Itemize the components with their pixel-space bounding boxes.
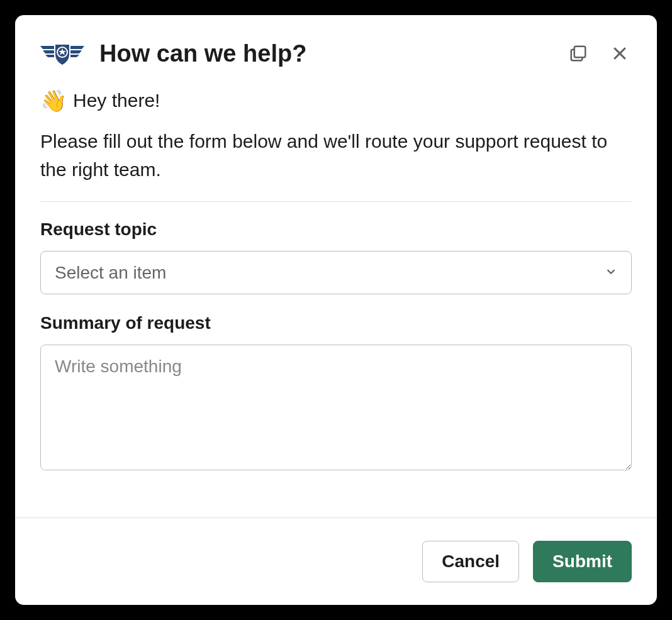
app-logo-icon <box>40 38 84 69</box>
request-topic-label: Request topic <box>40 219 632 240</box>
new-window-icon <box>569 44 588 63</box>
modal-title: How can we help? <box>99 40 551 67</box>
modal-header: How can we help? <box>15 15 657 82</box>
greeting: 👋 Hey there! <box>40 88 632 113</box>
close-icon <box>610 44 629 63</box>
cancel-button[interactable]: Cancel <box>422 541 519 582</box>
request-topic-select[interactable]: Select an item <box>40 251 632 294</box>
wave-emoji-icon: 👋 <box>40 88 67 113</box>
greeting-text: Hey there! <box>73 90 160 111</box>
modal-body: 👋 Hey there! Please fill out the form be… <box>15 82 657 518</box>
svg-rect-2 <box>574 47 586 58</box>
support-modal: How can we help? 👋 Hey there! Please fil… <box>15 15 657 605</box>
new-window-button[interactable] <box>566 42 590 65</box>
close-button[interactable] <box>608 42 632 65</box>
request-topic-select-wrapper: Select an item <box>40 251 632 294</box>
modal-footer: Cancel Submit <box>15 518 657 605</box>
header-actions <box>566 42 632 65</box>
submit-button[interactable]: Submit <box>533 541 632 582</box>
summary-textarea[interactable] <box>40 345 632 470</box>
summary-label: Summary of request <box>40 313 632 333</box>
instructions-text: Please fill out the form below and we'll… <box>40 127 632 184</box>
divider <box>40 201 632 202</box>
